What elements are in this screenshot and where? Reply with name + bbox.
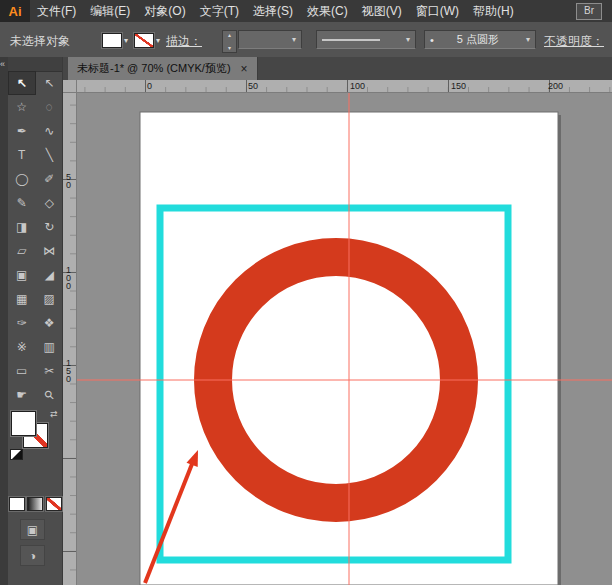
tool-zoom[interactable]: ⚲	[36, 383, 64, 407]
stroke-weight-dropdown[interactable]: ▾	[238, 30, 302, 49]
illustrator-window: Ai 文件(F)编辑(E)对象(O)文字(T)选择(S)效果(C)视图(V)窗口…	[0, 0, 612, 585]
bridge-button[interactable]: Br	[576, 3, 602, 20]
selection-icon: ↖	[17, 76, 27, 90]
swap-fill-stroke-icon[interactable]: ⇄	[50, 409, 58, 419]
tool-column-graph[interactable]: ▥	[36, 335, 64, 359]
brush-definition-dropdown[interactable]: • 5 点圆形 ▾	[424, 30, 536, 49]
free-transform-icon: ▣	[16, 268, 27, 282]
width-profile-dropdown[interactable]: ▾	[316, 30, 416, 49]
canvas-svg	[77, 93, 612, 585]
tool-slice[interactable]: ✂	[36, 359, 64, 383]
tool-gradient[interactable]: ▨	[36, 287, 64, 311]
ruler-corner[interactable]	[63, 80, 77, 93]
drawing-mode-button[interactable]: ▣	[20, 519, 45, 540]
brush-name: 5 点圆形	[457, 32, 499, 47]
tool-type[interactable]: T	[8, 143, 36, 167]
slice-icon: ✂	[44, 364, 54, 378]
tool-pencil[interactable]: ✎	[8, 191, 36, 215]
color-button[interactable]	[9, 497, 25, 511]
tool-lasso[interactable]: ◌	[36, 95, 64, 119]
document-tab-bar: 未标题-1* @ 70% (CMYK/预览) ×	[63, 57, 612, 81]
menu-item-6[interactable]: 视图(V)	[355, 0, 409, 22]
tool-width[interactable]: ⋈	[36, 239, 64, 263]
fill-color-swatch[interactable]	[102, 33, 122, 48]
tool-mesh[interactable]: ▦	[8, 287, 36, 311]
menu-item-5[interactable]: 效果(C)	[300, 0, 355, 22]
close-tab-icon[interactable]: ×	[241, 63, 248, 75]
menu-item-1[interactable]: 编辑(E)	[83, 0, 137, 22]
fill-dropdown-arrow-icon[interactable]: ▾	[124, 36, 128, 45]
dropdown-arrow-icon[interactable]: ▾	[526, 35, 530, 44]
dropdown-arrow-icon[interactable]: ▾	[406, 35, 410, 44]
dock-strip	[0, 57, 8, 585]
canvas-area[interactable]	[77, 93, 612, 585]
ai-logo[interactable]: Ai	[0, 0, 30, 22]
vruler-label-50: 50	[66, 173, 73, 189]
uniform-profile-icon	[322, 39, 380, 41]
tool-magic-wand[interactable]: ☆	[8, 95, 36, 119]
tool-curvature[interactable]: ∿	[36, 119, 64, 143]
stroke-dropdown-arrow-icon[interactable]: ▾	[156, 36, 160, 45]
tool-scale[interactable]: ▱	[8, 239, 36, 263]
tool-rotate[interactable]: ↻	[36, 215, 64, 239]
menu-item-7[interactable]: 窗口(W)	[409, 0, 466, 22]
vruler-label-100: 100	[66, 266, 73, 290]
tool-symbol-sprayer[interactable]: ※	[8, 335, 36, 359]
none-button[interactable]	[46, 497, 62, 511]
width-icon: ⋈	[43, 244, 55, 258]
fill-stroke-swatches: ⇄	[8, 409, 63, 461]
hand-icon: ☛	[16, 388, 27, 402]
menu-item-0[interactable]: 文件(F)	[30, 0, 83, 22]
scale-icon: ▱	[17, 244, 26, 258]
stepper-down-icon[interactable]: ▾	[228, 45, 231, 51]
stroke-weight-stepper[interactable]: ▴ ▾	[222, 30, 237, 53]
menu-item-8[interactable]: 帮助(H)	[466, 0, 521, 22]
tool-eyedropper[interactable]: ✑	[8, 311, 36, 335]
opacity-link[interactable]: 不透明度：	[544, 33, 604, 50]
dropdown-arrow-icon[interactable]: ▾	[292, 35, 296, 44]
fill-swatch[interactable]	[11, 411, 36, 436]
tool-direct-selection[interactable]: ↖	[36, 71, 64, 95]
vertical-ruler[interactable]: 50100150	[63, 93, 77, 585]
ellipse-icon: ◯	[15, 172, 28, 186]
menu-bar: Ai 文件(F)编辑(E)对象(O)文字(T)选择(S)效果(C)视图(V)窗口…	[0, 0, 612, 23]
stepper-up-icon[interactable]: ▴	[228, 32, 231, 38]
tool-blend[interactable]: ❖	[36, 311, 64, 335]
tool-pen[interactable]: ✒	[8, 119, 36, 143]
tool-hand[interactable]: ☛	[8, 383, 36, 407]
selection-status-label: 未选择对象	[10, 33, 70, 50]
zoom-icon: ⚲	[41, 387, 57, 403]
menu-item-3[interactable]: 文字(T)	[193, 0, 246, 22]
tools-panel: « ↖↖☆◌✒∿T╲◯✐✎◇◨↻▱⋈▣◢▦▨✑❖※▥▭✂☛⚲ ⇄ ▣ ◑	[0, 57, 63, 585]
default-fill-stroke-icon[interactable]	[10, 449, 23, 460]
gradient-icon: ▨	[44, 292, 55, 306]
screen-mode-icon: ◑	[29, 549, 36, 563]
perspective-grid-icon: ◢	[45, 268, 54, 282]
tool-eraser[interactable]: ◨	[8, 215, 36, 239]
horizontal-ruler[interactable]: 050100150200	[77, 80, 612, 93]
stroke-weight-link[interactable]: 描边：	[166, 33, 202, 50]
tool-artboard[interactable]: ▭	[8, 359, 36, 383]
collapse-panel-icon[interactable]: «	[0, 59, 5, 69]
screen-mode-button[interactable]: ◑	[20, 545, 45, 566]
tool-shaper[interactable]: ◇	[36, 191, 64, 215]
tool-perspective-grid[interactable]: ◢	[36, 263, 64, 287]
tool-ellipse[interactable]: ◯	[8, 167, 36, 191]
menu-item-4[interactable]: 选择(S)	[246, 0, 300, 22]
stroke-color-swatch[interactable]	[134, 33, 154, 48]
gradient-button[interactable]	[27, 497, 43, 511]
symbol-sprayer-icon: ※	[17, 340, 27, 354]
tool-paintbrush[interactable]: ✐	[36, 167, 64, 191]
blend-icon: ❖	[44, 316, 55, 330]
color-type-buttons	[8, 497, 63, 511]
tools-panel-header[interactable]	[8, 57, 62, 72]
drawing-mode-icon: ▣	[27, 523, 38, 537]
eyedropper-icon: ✑	[17, 316, 27, 330]
tool-selection[interactable]: ↖	[8, 71, 36, 95]
hruler-label-0: 0	[147, 81, 152, 91]
document-tab[interactable]: 未标题-1* @ 70% (CMYK/预览) ×	[68, 57, 258, 80]
tool-line-segment[interactable]: ╲	[36, 143, 64, 167]
tool-free-transform[interactable]: ▣	[8, 263, 36, 287]
paintbrush-icon: ✐	[44, 172, 54, 186]
menu-item-2[interactable]: 对象(O)	[137, 0, 192, 22]
